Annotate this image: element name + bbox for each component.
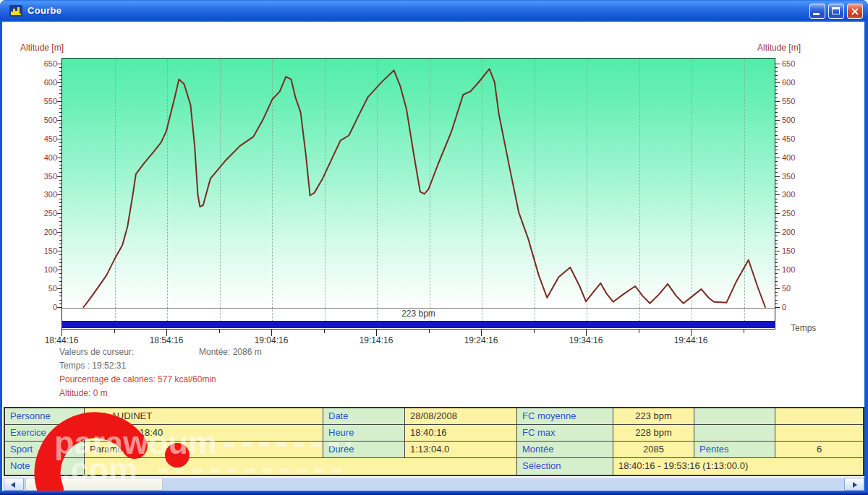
y-tick-left (57, 158, 61, 158)
y-tick-left (59, 210, 61, 210)
y-tick-label-right: 150 (782, 246, 812, 255)
y-tick-label-right: 100 (782, 265, 812, 274)
y-tick-left (59, 266, 61, 267)
table-label-cell[interactable] (694, 408, 775, 425)
scroll-left-button[interactable] (4, 478, 24, 491)
x-tick-label: 19:04:16 (241, 335, 302, 345)
table-label-cell[interactable]: Sport (5, 442, 85, 458)
y-tick-right (775, 184, 778, 184)
y-tick-right (775, 206, 778, 207)
table-value-cell[interactable]: 6RiL AUDINET (85, 408, 323, 425)
horizontal-scrollbar[interactable] (4, 478, 864, 491)
table-label-cell[interactable]: Montée (517, 442, 613, 458)
y-tick-right (775, 165, 778, 165)
y-tick-right (775, 161, 778, 162)
table-label-cell[interactable]: Pentes (694, 442, 775, 458)
table-label-cell[interactable]: FC moyenne (517, 408, 613, 425)
y-tick-label-right: 400 (782, 153, 812, 162)
y-tick-right (775, 232, 780, 233)
table-value-cell[interactable]: 223 bpm (613, 408, 694, 425)
y-tick-label-right: 300 (782, 190, 812, 199)
y-tick-left (59, 277, 61, 278)
y-tick-label-right: 250 (782, 209, 812, 218)
y-tick-left (59, 240, 61, 241)
y-tick-label-right: 450 (782, 134, 812, 143)
table-label-cell[interactable]: Heure (323, 425, 405, 442)
y-tick-right (775, 228, 778, 229)
x-axis-title: Temps (791, 323, 816, 333)
y-tick-left (59, 184, 61, 184)
table-label-cell[interactable]: Exercice (5, 425, 85, 442)
y-tick-left (59, 135, 61, 136)
y-tick-right (775, 254, 778, 255)
y-tick-left (59, 86, 61, 87)
y-tick-left (59, 259, 61, 259)
y-tick-right (775, 296, 778, 296)
table-value-cell[interactable]: 18:40:16 - 19:53:16 (1:13:00.0) (613, 458, 863, 475)
scrollbar-thumb[interactable] (25, 478, 163, 491)
y-tick-left (59, 300, 61, 301)
y-tick-right (775, 116, 778, 117)
y-tick-left (59, 161, 61, 162)
y-tick-left (59, 247, 61, 248)
y-tick-left (59, 90, 61, 90)
y-tick-label-right: 650 (782, 59, 812, 68)
table-label-cell[interactable] (694, 425, 775, 442)
table-value-cell[interactable]: 28/08/2008 (405, 408, 517, 425)
y-tick-left (59, 67, 61, 68)
y-tick-left (59, 172, 61, 173)
y-tick-label-right: 550 (782, 97, 812, 106)
table-value-cell[interactable]: 6 (775, 442, 863, 458)
y-tick-left (57, 270, 61, 270)
table-value-cell[interactable] (775, 425, 863, 442)
cursor-montee: Montée: 2086 m (199, 347, 262, 357)
cursor-temps: Temps : 19:52:31 (59, 361, 126, 371)
y-tick-left (57, 176, 61, 177)
table-value-cell[interactable]: 228 bpm (613, 425, 694, 442)
y-tick-left (59, 202, 61, 203)
y-tick-right (775, 191, 778, 191)
y-tick-left (57, 139, 61, 139)
y-tick-left (59, 75, 61, 76)
table-value-cell[interactable]: 18:40:16 (405, 425, 517, 442)
table-label-cell[interactable]: Durée (323, 442, 405, 458)
y-tick-right (775, 213, 780, 214)
y-tick-right (775, 98, 778, 98)
maximize-button[interactable] (828, 4, 844, 19)
y-tick-right (775, 101, 780, 102)
y-tick-label-left: 300 (27, 190, 57, 199)
close-button[interactable] (847, 4, 863, 19)
y-tick-right (775, 172, 778, 173)
y-tick-right (775, 240, 778, 241)
table-label-cell[interactable]: Sélection (517, 458, 613, 475)
y-tick-label-left: 650 (27, 59, 57, 68)
titlebar[interactable]: Courbe (0, 0, 868, 22)
y-tick-right (775, 251, 780, 251)
table-value-cell[interactable]: 28/08/2008 18:40 (85, 425, 323, 442)
altitude-polyline (84, 69, 765, 307)
table-label-cell[interactable]: Date (323, 408, 405, 425)
table-value-cell[interactable]: Paramoteur (85, 442, 323, 458)
table-label-cell[interactable]: FC max (517, 425, 613, 442)
x-tick (429, 330, 430, 333)
y-tick-left (59, 153, 61, 154)
y-tick-label-left: 400 (27, 153, 57, 162)
table-label-cell[interactable]: Personne (5, 408, 85, 425)
minimize-button[interactable] (809, 4, 825, 19)
table-value-cell[interactable]: 2085 (613, 442, 694, 458)
table-label-cell[interactable]: Note (5, 458, 85, 475)
y-tick-right (775, 146, 778, 147)
y-tick-right (775, 75, 778, 76)
y-tick-left (59, 112, 61, 113)
y-tick-label-right: 600 (782, 78, 812, 87)
table-value-cell[interactable] (775, 408, 863, 425)
x-tick-label: 18:54:16 (136, 335, 197, 345)
y-tick-right (775, 281, 778, 282)
table-value-cell[interactable] (85, 458, 517, 475)
table-value-cell[interactable]: 1:13:04.0 (405, 442, 517, 458)
scroll-right-button[interactable] (844, 478, 864, 491)
x-tick-label: 19:34:16 (556, 335, 616, 345)
y-tick-left (59, 221, 61, 222)
left-axis-title: Altitude [m] (20, 43, 64, 53)
x-tick (324, 330, 325, 333)
